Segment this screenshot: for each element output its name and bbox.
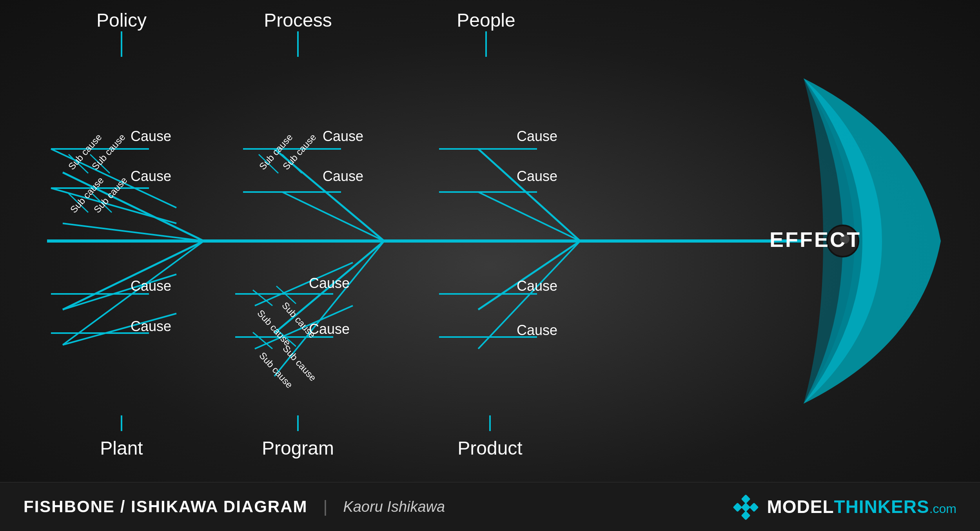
cause-process-1: Cause [323,128,363,144]
category-product: Product [457,438,522,459]
category-process: Process [264,10,332,31]
cause-policy-1: Cause [131,128,171,144]
footer-bar: FISHBONE / ISHIKAWA DIAGRAM | Kaoru Ishi… [0,482,980,531]
svg-line-23 [63,241,204,310]
svg-rect-49 [733,502,742,512]
svg-line-22 [478,192,580,241]
footer-left: FISHBONE / ISHIKAWA DIAGRAM | Kaoru Ishi… [24,497,445,516]
logo-thinkers: THINKERS [834,496,929,517]
cause-plant-2: Cause [131,318,171,334]
effect-label: EFFECT [769,228,861,251]
svg-line-32 [253,290,272,306]
footer-divider: | [323,497,327,516]
svg-line-19 [478,149,580,241]
cause-product-2: Cause [517,322,557,338]
cause-policy-2: Cause [131,168,171,184]
svg-line-39 [478,241,580,310]
cause-process-2: Cause [323,168,363,184]
diagram-area: Policy Process People Plant Program Prod… [0,0,980,482]
logo-text: MODEL THINKERS .com [767,496,956,517]
footer-logo: MODEL THINKERS .com [732,493,956,520]
logo-com: .com [929,502,956,516]
svg-line-37 [253,332,272,349]
category-plant: Plant [100,438,143,459]
cause-plant-1: Cause [131,278,171,294]
svg-line-8 [63,223,204,241]
footer-subtitle: Kaoru Ishikawa [343,498,445,515]
cause-people-1: Cause [517,128,557,144]
cause-people-2: Cause [517,168,557,184]
cause-product-1: Cause [517,278,557,294]
modelthinkers-icon [732,493,760,520]
svg-rect-50 [741,494,751,504]
category-policy: Policy [96,10,147,31]
category-people: People [457,10,515,31]
svg-rect-52 [741,511,751,520]
footer-title: FISHBONE / ISHIKAWA DIAGRAM [24,497,307,516]
cause-program-1: Cause [309,275,350,291]
logo-model: MODEL [767,496,834,517]
svg-rect-51 [750,502,759,512]
category-program: Program [262,438,334,459]
svg-rect-53 [741,502,751,512]
